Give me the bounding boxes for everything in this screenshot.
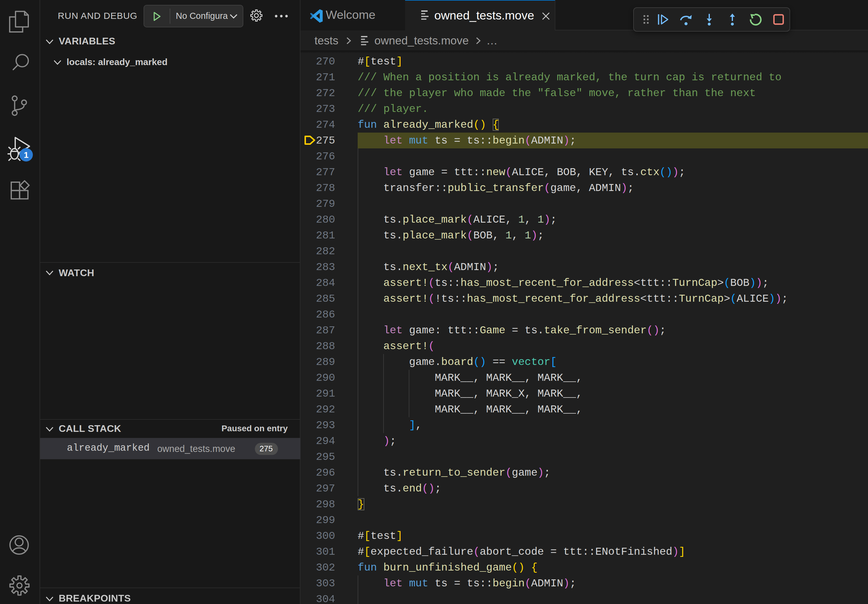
svg-text:1: 1 <box>24 150 29 160</box>
